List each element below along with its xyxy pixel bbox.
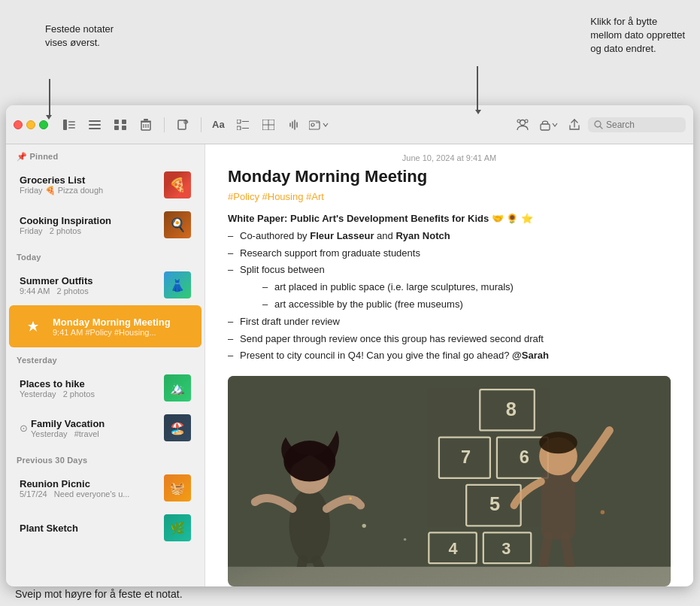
note-thumbnail: 🧺 (164, 474, 191, 501)
bullet-3: Split focus between art placed in public… (228, 262, 671, 312)
minimize-button[interactable] (26, 120, 35, 129)
note-title: Plant Sketch (20, 523, 158, 534)
svg-point-32 (311, 123, 314, 126)
lock-button[interactable] (537, 116, 561, 134)
note-thumbnail: 🌿 (164, 514, 191, 541)
note-thumbnail: 🍕 (164, 171, 191, 198)
bullet-4: First draft under review (228, 314, 671, 330)
section-today: Today (6, 245, 205, 265)
note-text: Summer Outfits 9:44 AM 2 photos (20, 275, 158, 295)
note-item-vacation[interactable]: ⊙ Family Vacation Yesterday #travel 🏖️ (9, 408, 202, 447)
note-detail: June 10, 2024 at 9:41 AM Monday Morning … (205, 144, 693, 586)
svg-rect-0 (63, 120, 67, 130)
collaborate-button[interactable] (513, 116, 532, 134)
grid-icon (114, 120, 126, 130)
share-icon (568, 119, 580, 131)
sub-bullet-2: art accessible by the public (free museu… (262, 297, 671, 313)
callout-left-line (49, 79, 50, 117)
note-date: June 10, 2024 at 9:41 AM (205, 144, 693, 167)
delete-button[interactable] (135, 114, 156, 135)
font-button[interactable]: Aa (209, 114, 228, 135)
svg-rect-20 (237, 120, 241, 123)
note-item-cooking[interactable]: Cooking Inspiration Friday 2 photos 🍳 (9, 205, 202, 244)
svg-text:5: 5 (489, 494, 500, 515)
note-title: Family Vacation (31, 418, 158, 429)
svg-rect-7 (114, 120, 119, 124)
note-item-plant[interactable]: Plant Sketch 🌿 (9, 508, 202, 547)
bullet-1: Co-authored by Fleur Lasseur and Ryan No… (228, 229, 671, 244)
grid-view-button[interactable] (110, 114, 131, 135)
note-meta: 9:44 AM 2 photos (20, 286, 158, 295)
note-title: Groceries List (20, 174, 158, 186)
new-note-button[interactable] (172, 114, 193, 135)
notes-window: Aa (6, 105, 693, 586)
note-tags: #Policy #Housing #Art (228, 191, 671, 202)
checklist-button[interactable] (232, 114, 253, 135)
section-pinned: 📌 Pinned (6, 144, 205, 165)
svg-point-58 (539, 432, 577, 453)
callout-right: Klikk for å bytte mellom dato opprettet … (590, 15, 685, 56)
note-text: Groceries List Friday 🍕 Pizza dough (20, 174, 158, 195)
list-icon (89, 120, 101, 130)
note-meta: Yesterday 2 photos (20, 389, 158, 398)
maximize-button[interactable] (39, 120, 48, 129)
bullet-2: Research support from graduate students (228, 246, 671, 262)
note-item-groceries[interactable]: Groceries List Friday 🍕 Pizza dough 🍕 (9, 165, 202, 205)
svg-rect-1 (68, 121, 75, 123)
sidebar-toggle-button[interactable] (59, 114, 80, 135)
chevron-down-icon (323, 122, 329, 128)
note-text: Places to hike Yesterday 2 photos (20, 378, 158, 398)
svg-rect-5 (89, 124, 101, 126)
note-title: Places to hike (20, 378, 158, 389)
photo-icon (309, 120, 321, 130)
note-text: Plant Sketch (20, 523, 158, 534)
note-item-picnic[interactable]: Reunion Picnic 5/17/24 Need everyone's u… (9, 468, 202, 508)
note-thumbnail: 🍳 (164, 211, 191, 238)
note-meta: Friday 2 photos (20, 226, 158, 235)
svg-point-62 (601, 511, 605, 514)
table-icon (262, 120, 274, 130)
svg-point-33 (520, 120, 526, 125)
bullet-6: Present to city council in Q4! Can you g… (228, 348, 671, 364)
note-main-title: Monday Morning Meeting (228, 167, 671, 186)
search-icon (594, 120, 603, 129)
note-thumbnail: 🏖️ (164, 414, 191, 441)
sub-bullet-1: art placed in public space (i.e. large s… (262, 280, 671, 295)
svg-rect-22 (237, 126, 241, 130)
photo-button[interactable] (309, 114, 329, 135)
circle-icon: ⊙ (20, 423, 28, 434)
bullet-5: Send paper through review once this grou… (228, 332, 671, 347)
svg-rect-10 (122, 126, 126, 130)
note-text: Monday Morning Meeting 9:41 AM #Policy #… (53, 317, 191, 337)
callout-left-arrow (46, 115, 52, 120)
note-body: White Paper: Public Art's Development Be… (228, 211, 671, 364)
search-input[interactable] (606, 120, 674, 130)
note-title: Summer Outfits (20, 275, 158, 286)
section-30days: Previous 30 Days (6, 448, 205, 468)
bullet-list: Co-authored by Fleur Lasseur and Ryan No… (228, 229, 671, 364)
svg-rect-15 (141, 120, 151, 122)
table-button[interactable] (258, 114, 279, 135)
note-item-meeting[interactable]: Monday Morning Meeting 9:41 AM #Policy #… (9, 305, 202, 347)
sub-list: art placed in public space (i.e. large s… (240, 280, 671, 313)
svg-rect-16 (144, 119, 148, 121)
paper-title: White Paper: Public Art's Development Be… (228, 211, 671, 227)
svg-text:6: 6 (520, 447, 529, 467)
collaborate-icon (516, 119, 529, 131)
svg-rect-6 (89, 128, 101, 129)
voice-button[interactable] (283, 114, 305, 135)
note-thumbnail: 🏔️ (164, 374, 191, 401)
hopscotch-photo: 8 7 6 5 4 3 (228, 376, 671, 586)
note-item-outfits[interactable]: Summer Outfits 9:44 AM 2 photos 👗 (9, 265, 202, 305)
svg-text:8: 8 (506, 398, 517, 420)
compose-icon (177, 119, 189, 131)
note-meta: Friday 🍕 Pizza dough (20, 186, 158, 195)
share-button[interactable] (565, 116, 583, 134)
note-item-hike[interactable]: Places to hike Yesterday 2 photos 🏔️ (9, 368, 202, 408)
note-title: Monday Morning Meeting (53, 317, 191, 328)
lock-chevron-icon (552, 122, 558, 128)
toolbar: Aa (6, 105, 693, 144)
sidebar-icon (63, 120, 75, 130)
list-view-button[interactable] (84, 114, 105, 135)
close-button[interactable] (14, 120, 23, 129)
